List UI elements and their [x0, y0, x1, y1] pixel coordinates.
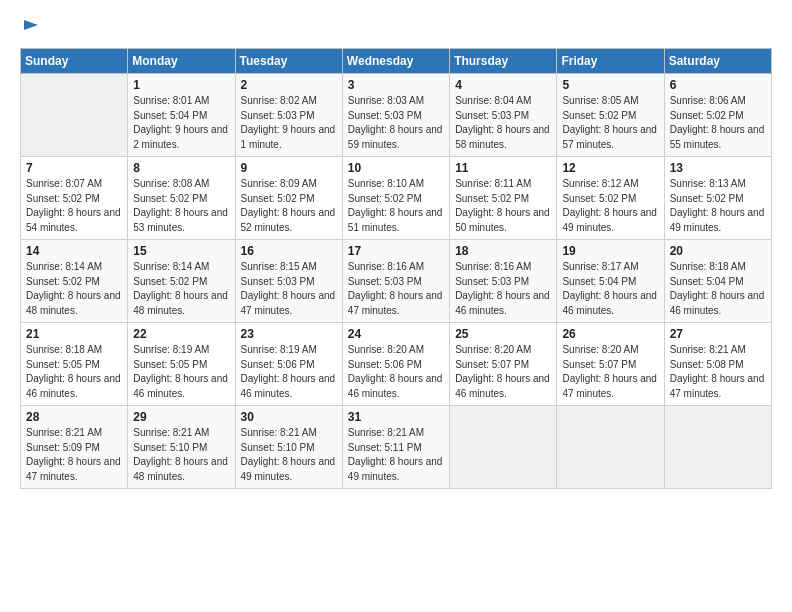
- calendar-cell: 15Sunrise: 8:14 AM Sunset: 5:02 PM Dayli…: [128, 240, 235, 323]
- calendar-cell: 14Sunrise: 8:14 AM Sunset: 5:02 PM Dayli…: [21, 240, 128, 323]
- day-number: 24: [348, 327, 445, 341]
- calendar-cell: 3Sunrise: 8:03 AM Sunset: 5:03 PM Daylig…: [342, 74, 449, 157]
- calendar-page: SundayMondayTuesdayWednesdayThursdayFrid…: [0, 0, 792, 499]
- calendar-cell: 31Sunrise: 8:21 AM Sunset: 5:11 PM Dayli…: [342, 406, 449, 489]
- day-detail: Sunrise: 8:20 AM Sunset: 5:07 PM Dayligh…: [455, 343, 552, 401]
- day-number: 23: [241, 327, 338, 341]
- day-detail: Sunrise: 8:05 AM Sunset: 5:02 PM Dayligh…: [562, 94, 659, 152]
- calendar-cell: 11Sunrise: 8:11 AM Sunset: 5:02 PM Dayli…: [450, 157, 557, 240]
- day-detail: Sunrise: 8:18 AM Sunset: 5:04 PM Dayligh…: [670, 260, 767, 318]
- day-number: 30: [241, 410, 338, 424]
- day-number: 25: [455, 327, 552, 341]
- day-number: 20: [670, 244, 767, 258]
- day-number: 28: [26, 410, 123, 424]
- header-monday: Monday: [128, 49, 235, 74]
- day-number: 15: [133, 244, 230, 258]
- header-wednesday: Wednesday: [342, 49, 449, 74]
- day-number: 9: [241, 161, 338, 175]
- day-detail: Sunrise: 8:14 AM Sunset: 5:02 PM Dayligh…: [26, 260, 123, 318]
- day-detail: Sunrise: 8:17 AM Sunset: 5:04 PM Dayligh…: [562, 260, 659, 318]
- calendar-cell: 19Sunrise: 8:17 AM Sunset: 5:04 PM Dayli…: [557, 240, 664, 323]
- day-detail: Sunrise: 8:08 AM Sunset: 5:02 PM Dayligh…: [133, 177, 230, 235]
- calendar-cell: 5Sunrise: 8:05 AM Sunset: 5:02 PM Daylig…: [557, 74, 664, 157]
- day-detail: Sunrise: 8:21 AM Sunset: 5:11 PM Dayligh…: [348, 426, 445, 484]
- day-detail: Sunrise: 8:21 AM Sunset: 5:09 PM Dayligh…: [26, 426, 123, 484]
- day-detail: Sunrise: 8:01 AM Sunset: 5:04 PM Dayligh…: [133, 94, 230, 152]
- header-tuesday: Tuesday: [235, 49, 342, 74]
- day-detail: Sunrise: 8:03 AM Sunset: 5:03 PM Dayligh…: [348, 94, 445, 152]
- header-thursday: Thursday: [450, 49, 557, 74]
- header-friday: Friday: [557, 49, 664, 74]
- calendar-cell: 9Sunrise: 8:09 AM Sunset: 5:02 PM Daylig…: [235, 157, 342, 240]
- calendar-week-row: 14Sunrise: 8:14 AM Sunset: 5:02 PM Dayli…: [21, 240, 772, 323]
- calendar-cell: 28Sunrise: 8:21 AM Sunset: 5:09 PM Dayli…: [21, 406, 128, 489]
- logo: [20, 18, 40, 38]
- calendar-cell: 24Sunrise: 8:20 AM Sunset: 5:06 PM Dayli…: [342, 323, 449, 406]
- calendar-cell: 10Sunrise: 8:10 AM Sunset: 5:02 PM Dayli…: [342, 157, 449, 240]
- day-detail: Sunrise: 8:04 AM Sunset: 5:03 PM Dayligh…: [455, 94, 552, 152]
- day-detail: Sunrise: 8:20 AM Sunset: 5:06 PM Dayligh…: [348, 343, 445, 401]
- calendar-cell: 4Sunrise: 8:04 AM Sunset: 5:03 PM Daylig…: [450, 74, 557, 157]
- day-number: 29: [133, 410, 230, 424]
- day-detail: Sunrise: 8:20 AM Sunset: 5:07 PM Dayligh…: [562, 343, 659, 401]
- logo-flag-icon: [22, 18, 40, 36]
- calendar-cell: 16Sunrise: 8:15 AM Sunset: 5:03 PM Dayli…: [235, 240, 342, 323]
- day-number: 4: [455, 78, 552, 92]
- day-detail: Sunrise: 8:21 AM Sunset: 5:10 PM Dayligh…: [133, 426, 230, 484]
- header-saturday: Saturday: [664, 49, 771, 74]
- day-detail: Sunrise: 8:10 AM Sunset: 5:02 PM Dayligh…: [348, 177, 445, 235]
- calendar-cell: 2Sunrise: 8:02 AM Sunset: 5:03 PM Daylig…: [235, 74, 342, 157]
- day-number: 2: [241, 78, 338, 92]
- day-number: 19: [562, 244, 659, 258]
- day-detail: Sunrise: 8:09 AM Sunset: 5:02 PM Dayligh…: [241, 177, 338, 235]
- day-detail: Sunrise: 8:14 AM Sunset: 5:02 PM Dayligh…: [133, 260, 230, 318]
- day-number: 22: [133, 327, 230, 341]
- calendar-cell: 27Sunrise: 8:21 AM Sunset: 5:08 PM Dayli…: [664, 323, 771, 406]
- day-number: 1: [133, 78, 230, 92]
- calendar-cell: 13Sunrise: 8:13 AM Sunset: 5:02 PM Dayli…: [664, 157, 771, 240]
- calendar-cell: 20Sunrise: 8:18 AM Sunset: 5:04 PM Dayli…: [664, 240, 771, 323]
- calendar-cell: 23Sunrise: 8:19 AM Sunset: 5:06 PM Dayli…: [235, 323, 342, 406]
- calendar-table: SundayMondayTuesdayWednesdayThursdayFrid…: [20, 48, 772, 489]
- day-detail: Sunrise: 8:19 AM Sunset: 5:06 PM Dayligh…: [241, 343, 338, 401]
- day-number: 26: [562, 327, 659, 341]
- calendar-cell: 8Sunrise: 8:08 AM Sunset: 5:02 PM Daylig…: [128, 157, 235, 240]
- day-detail: Sunrise: 8:06 AM Sunset: 5:02 PM Dayligh…: [670, 94, 767, 152]
- calendar-cell: 22Sunrise: 8:19 AM Sunset: 5:05 PM Dayli…: [128, 323, 235, 406]
- day-number: 7: [26, 161, 123, 175]
- day-detail: Sunrise: 8:16 AM Sunset: 5:03 PM Dayligh…: [455, 260, 552, 318]
- calendar-cell: 25Sunrise: 8:20 AM Sunset: 5:07 PM Dayli…: [450, 323, 557, 406]
- header-area: [20, 18, 772, 38]
- calendar-header-row: SundayMondayTuesdayWednesdayThursdayFrid…: [21, 49, 772, 74]
- day-detail: Sunrise: 8:02 AM Sunset: 5:03 PM Dayligh…: [241, 94, 338, 152]
- calendar-cell: 1Sunrise: 8:01 AM Sunset: 5:04 PM Daylig…: [128, 74, 235, 157]
- day-number: 13: [670, 161, 767, 175]
- day-number: 3: [348, 78, 445, 92]
- calendar-cell: [664, 406, 771, 489]
- day-number: 12: [562, 161, 659, 175]
- day-detail: Sunrise: 8:21 AM Sunset: 5:10 PM Dayligh…: [241, 426, 338, 484]
- day-number: 21: [26, 327, 123, 341]
- calendar-cell: 21Sunrise: 8:18 AM Sunset: 5:05 PM Dayli…: [21, 323, 128, 406]
- day-number: 16: [241, 244, 338, 258]
- calendar-cell: 6Sunrise: 8:06 AM Sunset: 5:02 PM Daylig…: [664, 74, 771, 157]
- day-detail: Sunrise: 8:12 AM Sunset: 5:02 PM Dayligh…: [562, 177, 659, 235]
- calendar-cell: 18Sunrise: 8:16 AM Sunset: 5:03 PM Dayli…: [450, 240, 557, 323]
- day-detail: Sunrise: 8:13 AM Sunset: 5:02 PM Dayligh…: [670, 177, 767, 235]
- calendar-cell: 17Sunrise: 8:16 AM Sunset: 5:03 PM Dayli…: [342, 240, 449, 323]
- day-number: 6: [670, 78, 767, 92]
- day-detail: Sunrise: 8:15 AM Sunset: 5:03 PM Dayligh…: [241, 260, 338, 318]
- calendar-cell: 7Sunrise: 8:07 AM Sunset: 5:02 PM Daylig…: [21, 157, 128, 240]
- day-number: 10: [348, 161, 445, 175]
- calendar-cell: [557, 406, 664, 489]
- day-detail: Sunrise: 8:21 AM Sunset: 5:08 PM Dayligh…: [670, 343, 767, 401]
- day-detail: Sunrise: 8:11 AM Sunset: 5:02 PM Dayligh…: [455, 177, 552, 235]
- day-detail: Sunrise: 8:16 AM Sunset: 5:03 PM Dayligh…: [348, 260, 445, 318]
- calendar-week-row: 7Sunrise: 8:07 AM Sunset: 5:02 PM Daylig…: [21, 157, 772, 240]
- calendar-cell: 12Sunrise: 8:12 AM Sunset: 5:02 PM Dayli…: [557, 157, 664, 240]
- calendar-cell: [450, 406, 557, 489]
- day-number: 11: [455, 161, 552, 175]
- day-number: 27: [670, 327, 767, 341]
- day-number: 8: [133, 161, 230, 175]
- day-number: 17: [348, 244, 445, 258]
